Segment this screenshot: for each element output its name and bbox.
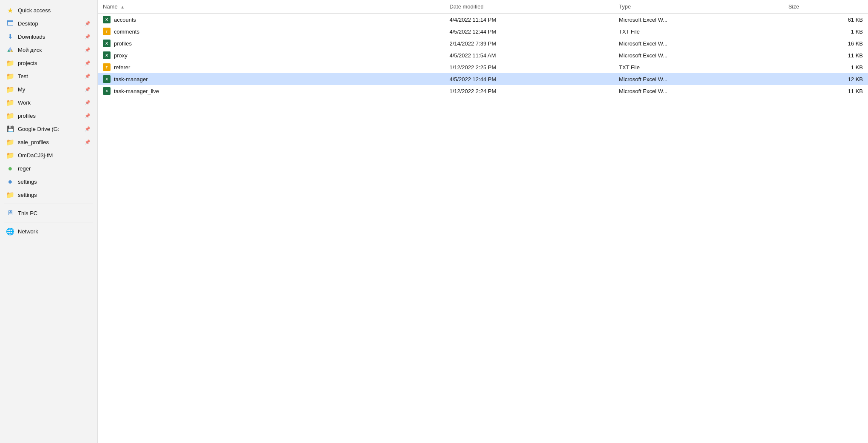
file-date-cell: 4/4/2022 11:14 PM: [444, 14, 614, 26]
dot-green-icon: ●: [6, 164, 14, 173]
pin-icon: 📌: [85, 60, 91, 66]
file-size-cell: 11 KB: [783, 49, 868, 61]
file-size-cell: 1 KB: [783, 26, 868, 37]
table-row[interactable]: X accounts 4/4/2022 11:14 PM Microsoft E…: [98, 14, 868, 26]
file-size-cell: 16 KB: [783, 37, 868, 49]
file-name: task-manager: [114, 76, 148, 82]
star-icon: ★: [6, 6, 14, 14]
sidebar-item-omdacj3j[interactable]: 📁 OmDaCJ3j-fM: [2, 149, 96, 162]
sidebar-item-my[interactable]: 📁 My 📌: [2, 83, 96, 96]
column-name[interactable]: Name ▲: [98, 0, 444, 14]
pin-icon: 📌: [85, 126, 91, 132]
file-name-cell: X profiles: [98, 37, 444, 49]
file-name: comments: [114, 28, 139, 35]
file-row-name: X proxy: [103, 51, 439, 59]
pc-icon: 🖥: [6, 209, 14, 217]
sidebar-item-work[interactable]: 📁 Work 📌: [2, 96, 96, 109]
sidebar-item-downloads[interactable]: ⬇ Downloads 📌: [2, 30, 96, 43]
sidebar-item-google-drive[interactable]: 💾 Google Drive (G: 📌: [2, 122, 96, 135]
sidebar-label: Network: [18, 228, 91, 235]
sidebar-item-settings2[interactable]: 📁 settings: [2, 188, 96, 201]
excel-icon: X: [103, 51, 111, 59]
sidebar-label: Google Drive (G:: [18, 126, 83, 132]
file-date-cell: 4/5/2022 11:54 AM: [444, 49, 614, 61]
file-name-cell: X task-manager: [98, 73, 444, 85]
file-name: referer: [114, 64, 130, 71]
sidebar-label: profiles: [18, 113, 83, 119]
sidebar: ★ Quick access 🗔 Desktop 📌 ⬇ Downloads 📌…: [0, 0, 98, 443]
excel-icon: X: [103, 16, 111, 23]
folder-icon: 📁: [6, 85, 14, 94]
sidebar-label: OmDaCJ3j-fM: [18, 152, 91, 159]
file-name: proxy: [114, 52, 128, 59]
pin-icon: 📌: [85, 100, 91, 105]
table-row[interactable]: X task-manager 4/5/2022 12:44 PM Microso…: [98, 73, 868, 85]
sidebar-item-this-pc[interactable]: 🖥 This PC: [2, 207, 96, 219]
excel-icon: X: [103, 75, 111, 83]
sidebar-item-reger[interactable]: ● reger: [2, 162, 96, 175]
sidebar-item-network[interactable]: 🌐 Network: [2, 225, 96, 238]
sort-arrow-up: ▲: [120, 5, 125, 9]
pin-icon: 📌: [85, 34, 91, 40]
sidebar-label: settings: [18, 179, 91, 185]
file-explorer-main: Name ▲ Date modified Type Size X account…: [98, 0, 868, 443]
table-row[interactable]: X proxy 4/5/2022 11:54 AM Microsoft Exce…: [98, 49, 868, 61]
file-type-cell: Microsoft Excel W...: [614, 37, 783, 49]
file-size-cell: 1 KB: [783, 61, 868, 73]
folder-icon: 📁: [6, 111, 14, 120]
excel-icon: X: [103, 40, 111, 47]
network-icon: 🌐: [6, 227, 14, 236]
sidebar-label: Downloads: [18, 34, 83, 40]
divider: [4, 204, 93, 204]
sidebar-label: This PC: [18, 210, 91, 216]
column-type[interactable]: Type: [614, 0, 783, 14]
sidebar-label: reger: [18, 165, 91, 172]
file-type-cell: Microsoft Excel W...: [614, 49, 783, 61]
column-size[interactable]: Size: [783, 0, 868, 14]
dot-blue-icon: ●: [6, 177, 14, 186]
file-name: task-manager_live: [114, 88, 159, 94]
txt-icon: T: [103, 63, 111, 71]
sidebar-label: projects: [18, 60, 83, 66]
sidebar-item-profiles[interactable]: 📁 profiles 📌: [2, 109, 96, 122]
file-date-cell: 2/14/2022 7:39 PM: [444, 37, 614, 49]
sidebar-item-desktop[interactable]: 🗔 Desktop 📌: [2, 17, 96, 30]
pin-icon: 📌: [85, 87, 91, 92]
divider: [4, 222, 93, 222]
file-size-cell: 61 KB: [783, 14, 868, 26]
sidebar-item-quick-access[interactable]: ★ Quick access: [2, 4, 96, 17]
file-size-cell: 11 KB: [783, 85, 868, 97]
file-row-name: T referer: [103, 63, 439, 71]
file-date-cell: 1/12/2022 2:25 PM: [444, 61, 614, 73]
table-header-row: Name ▲ Date modified Type Size: [98, 0, 868, 14]
table-row[interactable]: T referer 1/12/2022 2:25 PM TXT File 1 K…: [98, 61, 868, 73]
sidebar-item-mydisk[interactable]: Мой диск 📌: [2, 43, 96, 56]
file-date-cell: 1/12/2022 2:24 PM: [444, 85, 614, 97]
pin-icon: 📌: [85, 74, 91, 79]
txt-icon: T: [103, 28, 111, 35]
folder-icon: 📁: [6, 151, 14, 159]
pin-icon: 📌: [85, 139, 91, 145]
folder-icon: 📁: [6, 190, 14, 199]
table-row[interactable]: X profiles 2/14/2022 7:39 PM Microsoft E…: [98, 37, 868, 49]
column-date[interactable]: Date modified: [444, 0, 614, 14]
sidebar-label: settings: [18, 192, 91, 198]
file-row-name: X task-manager: [103, 75, 439, 83]
table-row[interactable]: X task-manager_live 1/12/2022 2:24 PM Mi…: [98, 85, 868, 97]
file-type-cell: Microsoft Excel W...: [614, 85, 783, 97]
file-type-cell: Microsoft Excel W...: [614, 73, 783, 85]
file-row-name: X profiles: [103, 40, 439, 47]
sidebar-item-test[interactable]: 📁 Test 📌: [2, 70, 96, 82]
gdrive-icon: [6, 45, 14, 54]
pin-icon: 📌: [85, 113, 91, 119]
sidebar-label: Work: [18, 99, 83, 106]
table-row[interactable]: T comments 4/5/2022 12:44 PM TXT File 1 …: [98, 26, 868, 37]
file-row-name: X task-manager_live: [103, 87, 439, 95]
sidebar-item-projects[interactable]: 📁 projects 📌: [2, 57, 96, 69]
file-name-cell: X task-manager_live: [98, 85, 444, 97]
sidebar-item-settings1[interactable]: ● settings: [2, 175, 96, 188]
file-type-cell: TXT File: [614, 26, 783, 37]
sidebar-item-sale-profiles[interactable]: 📁 sale_profiles 📌: [2, 136, 96, 148]
sidebar-label: My: [18, 86, 83, 93]
folder-icon: 📁: [6, 72, 14, 80]
